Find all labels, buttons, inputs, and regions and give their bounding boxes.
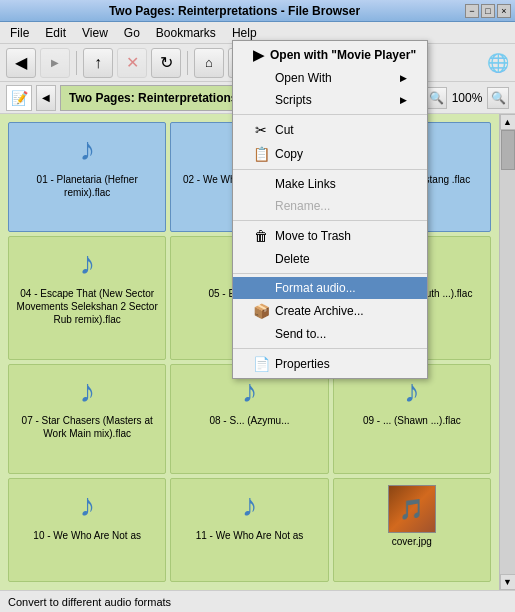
stop-button[interactable]: ✕ [117, 48, 147, 78]
network-icon: 🌐 [487, 52, 509, 74]
file-item[interactable]: 🎵 cover.jpg [333, 478, 491, 582]
menu-edit[interactable]: Edit [39, 24, 72, 42]
scroll-up-button[interactable]: ▲ [500, 114, 516, 130]
file-name: 11 - We Who Are Not as [196, 529, 304, 542]
archive-icon: 📦 [253, 303, 269, 319]
ctx-separator-1 [233, 114, 427, 115]
movie-player-icon: ▶ [253, 47, 264, 63]
maximize-button[interactable]: □ [481, 4, 495, 18]
copy-icon: 📋 [253, 146, 269, 162]
music-note-icon: ♪ [79, 371, 95, 413]
cover-image: 🎵 [388, 485, 436, 533]
file-item[interactable]: ♪ 08 - S... (Azymu... [170, 364, 328, 474]
properties-icon: 📄 [253, 356, 269, 372]
scroll-track[interactable] [501, 130, 515, 574]
context-menu: ▶ Open with "Movie Player" Open With Scr… [232, 40, 428, 379]
toolbar-sep-2 [187, 51, 188, 75]
file-item[interactable]: ♪ 07 - Star Chasers (Masters at Work Mai… [8, 364, 166, 474]
zoom-out-button[interactable]: 🔍 [425, 87, 447, 109]
ctx-delete[interactable]: Delete [233, 248, 427, 270]
ctx-separator-4 [233, 273, 427, 274]
status-bar: Convert to different audio formats [0, 590, 515, 612]
ctx-copy[interactable]: 📋 Copy [233, 142, 427, 166]
zoom-area: 🔍 100% 🔍 [425, 87, 509, 109]
menu-file[interactable]: File [4, 24, 35, 42]
ctx-separator-2 [233, 169, 427, 170]
menu-view[interactable]: View [76, 24, 114, 42]
scroll-thumb[interactable] [501, 130, 515, 170]
ctx-separator-5 [233, 348, 427, 349]
music-note-icon: ♪ [241, 485, 257, 527]
close-button[interactable]: × [497, 4, 511, 18]
music-note-icon: ♪ [79, 129, 95, 171]
file-name: cover.jpg [392, 535, 432, 548]
reload-button[interactable]: ↻ [151, 48, 181, 78]
location-nav-button[interactable]: ◀ [36, 85, 56, 111]
scroll-down-button[interactable]: ▼ [500, 574, 516, 590]
location-file-icon: 📝 [6, 85, 32, 111]
ctx-make-links[interactable]: Make Links [233, 173, 427, 195]
ctx-format-audio[interactable]: Format audio... [233, 277, 427, 299]
status-text: Convert to different audio formats [8, 596, 171, 608]
home-button[interactable]: ⌂ [194, 48, 224, 78]
title-bar: Two Pages: Reinterpretations - File Brow… [0, 0, 515, 22]
file-item[interactable]: ♪ 09 - ... (Shawn ...).flac [333, 364, 491, 474]
minimize-button[interactable]: − [465, 4, 479, 18]
title-bar-text: Two Pages: Reinterpretations - File Brow… [4, 4, 465, 18]
forward-button[interactable]: ▶ [40, 48, 70, 78]
ctx-send-to[interactable]: Send to... [233, 323, 427, 345]
file-item[interactable]: ♪ 11 - We Who Are Not as [170, 478, 328, 582]
file-name: 01 - Planetaria (Hefner remix).flac [13, 173, 161, 199]
music-note-icon: ♪ [79, 243, 95, 285]
ctx-cut[interactable]: ✂ Cut [233, 118, 427, 142]
file-name: 09 - ... (Shawn ...).flac [363, 414, 461, 427]
ctx-rename[interactable]: Rename... [233, 195, 427, 217]
ctx-create-archive[interactable]: 📦 Create Archive... [233, 299, 427, 323]
trash-icon: 🗑 [253, 228, 269, 244]
ctx-scripts[interactable]: Scripts [233, 89, 427, 111]
file-item[interactable]: ♪ 10 - We Who Are Not as [8, 478, 166, 582]
zoom-level: 100% [449, 91, 485, 105]
file-name: 07 - Star Chasers (Masters at Work Main … [13, 414, 161, 440]
file-item[interactable]: ♪ 04 - Escape That (New Sector Movements… [8, 236, 166, 359]
up-button[interactable]: ↑ [83, 48, 113, 78]
file-name: 08 - S... (Azymu... [209, 414, 289, 427]
toolbar-sep-1 [76, 51, 77, 75]
file-name: 10 - We Who Are Not as [33, 529, 141, 542]
ctx-open-with-movie-player[interactable]: ▶ Open with "Movie Player" [233, 43, 427, 67]
cut-icon: ✂ [253, 122, 269, 138]
file-item[interactable]: ♪ 01 - Planetaria (Hefner remix).flac [8, 122, 166, 232]
zoom-in-button[interactable]: 🔍 [487, 87, 509, 109]
title-bar-buttons: − □ × [465, 4, 511, 18]
menu-bookmarks[interactable]: Bookmarks [150, 24, 222, 42]
file-name: 04 - Escape That (New Sector Movements S… [13, 287, 161, 326]
menu-help[interactable]: Help [226, 24, 263, 42]
ctx-properties[interactable]: 📄 Properties [233, 352, 427, 376]
ctx-move-to-trash[interactable]: 🗑 Move to Trash [233, 224, 427, 248]
menu-go[interactable]: Go [118, 24, 146, 42]
music-note-icon: ♪ [79, 485, 95, 527]
ctx-open-with[interactable]: Open With [233, 67, 427, 89]
scrollbar[interactable]: ▲ ▼ [499, 114, 515, 590]
ctx-separator-3 [233, 220, 427, 221]
back-button[interactable]: ◀ [6, 48, 36, 78]
